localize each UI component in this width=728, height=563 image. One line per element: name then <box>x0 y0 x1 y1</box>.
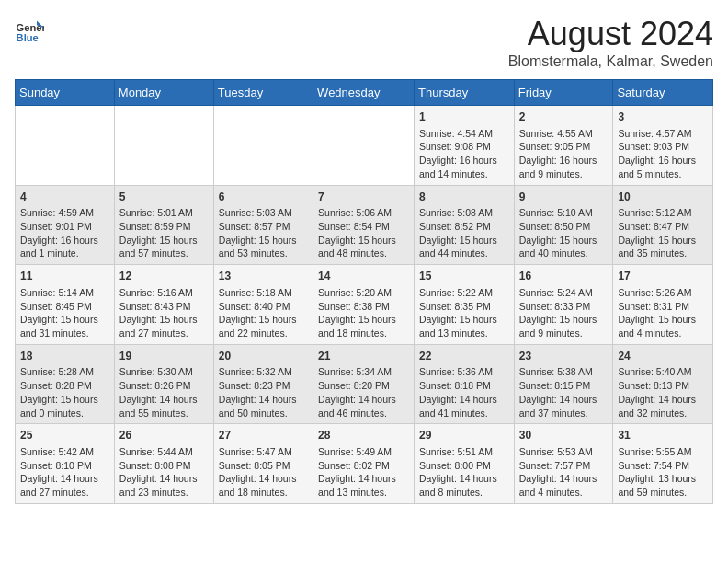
calendar-cell: 12Sunrise: 5:16 AM Sunset: 8:43 PM Dayli… <box>114 265 213 345</box>
day-number: 14 <box>318 269 409 284</box>
weekday-header-wednesday: Wednesday <box>313 80 415 106</box>
calendar-cell: 9Sunrise: 5:10 AM Sunset: 8:50 PM Daylig… <box>514 185 613 265</box>
day-info: Sunrise: 5:42 AM Sunset: 8:10 PM Dayligh… <box>20 445 109 500</box>
week-row-4: 18Sunrise: 5:28 AM Sunset: 8:28 PM Dayli… <box>16 344 713 424</box>
day-info: Sunrise: 5:26 AM Sunset: 8:31 PM Dayligh… <box>618 286 708 340</box>
day-info: Sunrise: 5:22 AM Sunset: 8:35 PM Dayligh… <box>419 286 509 340</box>
calendar-cell <box>114 106 213 186</box>
day-info: Sunrise: 5:53 AM Sunset: 7:57 PM Dayligh… <box>519 445 609 500</box>
day-info: Sunrise: 5:10 AM Sunset: 8:50 PM Dayligh… <box>519 206 609 260</box>
day-number: 13 <box>219 269 308 284</box>
week-row-1: 1Sunrise: 4:54 AM Sunset: 9:08 PM Daylig… <box>16 106 713 186</box>
day-info: Sunrise: 5:14 AM Sunset: 8:45 PM Dayligh… <box>20 286 109 340</box>
day-info: Sunrise: 4:57 AM Sunset: 9:03 PM Dayligh… <box>618 127 708 181</box>
day-number: 21 <box>318 349 409 364</box>
day-info: Sunrise: 5:20 AM Sunset: 8:38 PM Dayligh… <box>318 286 409 340</box>
calendar-cell: 22Sunrise: 5:36 AM Sunset: 8:18 PM Dayli… <box>415 344 515 424</box>
svg-text:General: General <box>17 22 44 33</box>
calendar-cell: 10Sunrise: 5:12 AM Sunset: 8:47 PM Dayli… <box>613 185 713 265</box>
weekday-header-saturday: Saturday <box>613 80 713 106</box>
svg-text:Blue: Blue <box>17 32 39 43</box>
calendar-cell: 4Sunrise: 4:59 AM Sunset: 9:01 PM Daylig… <box>16 185 115 265</box>
week-row-2: 4Sunrise: 4:59 AM Sunset: 9:01 PM Daylig… <box>16 185 713 265</box>
calendar-cell: 15Sunrise: 5:22 AM Sunset: 8:35 PM Dayli… <box>415 265 515 345</box>
day-number: 9 <box>519 190 609 205</box>
day-number: 17 <box>618 269 708 284</box>
weekday-header-tuesday: Tuesday <box>213 80 313 106</box>
weekday-header-thursday: Thursday <box>415 80 515 106</box>
page-subtitle: Blomstermala, Kalmar, Sweden <box>508 53 713 70</box>
day-number: 6 <box>219 190 308 205</box>
weekday-header-friday: Friday <box>514 80 613 106</box>
calendar-cell: 21Sunrise: 5:34 AM Sunset: 8:20 PM Dayli… <box>313 344 415 424</box>
day-info: Sunrise: 4:55 AM Sunset: 9:05 PM Dayligh… <box>519 127 609 181</box>
page-title: August 2024 <box>508 15 713 53</box>
calendar-cell: 27Sunrise: 5:47 AM Sunset: 8:05 PM Dayli… <box>213 424 313 504</box>
day-info: Sunrise: 5:44 AM Sunset: 8:08 PM Dayligh… <box>119 445 209 500</box>
calendar-table: SundayMondayTuesdayWednesdayThursdayFrid… <box>15 79 713 504</box>
day-number: 27 <box>219 428 308 443</box>
day-number: 20 <box>219 349 308 364</box>
calendar-cell: 6Sunrise: 5:03 AM Sunset: 8:57 PM Daylig… <box>213 185 313 265</box>
day-info: Sunrise: 5:28 AM Sunset: 8:28 PM Dayligh… <box>20 365 109 419</box>
title-block: August 2024 Blomstermala, Kalmar, Sweden <box>508 15 713 70</box>
weekday-header-sunday: Sunday <box>16 80 115 106</box>
calendar-cell: 18Sunrise: 5:28 AM Sunset: 8:28 PM Dayli… <box>16 344 115 424</box>
day-number: 11 <box>20 269 109 284</box>
day-info: Sunrise: 4:54 AM Sunset: 9:08 PM Dayligh… <box>419 127 509 181</box>
calendar-cell: 19Sunrise: 5:30 AM Sunset: 8:26 PM Dayli… <box>114 344 213 424</box>
calendar-cell: 17Sunrise: 5:26 AM Sunset: 8:31 PM Dayli… <box>613 265 713 345</box>
day-info: Sunrise: 5:03 AM Sunset: 8:57 PM Dayligh… <box>219 206 308 260</box>
day-number: 26 <box>119 428 209 443</box>
logo-icon: General Blue <box>15 15 44 44</box>
day-number: 24 <box>618 349 708 364</box>
calendar-cell: 8Sunrise: 5:08 AM Sunset: 8:52 PM Daylig… <box>415 185 515 265</box>
day-info: Sunrise: 5:30 AM Sunset: 8:26 PM Dayligh… <box>119 365 209 419</box>
page-header: General Blue August 2024 Blomstermala, K… <box>15 15 713 70</box>
day-info: Sunrise: 5:24 AM Sunset: 8:33 PM Dayligh… <box>519 286 609 340</box>
day-number: 1 <box>419 109 509 125</box>
week-row-3: 11Sunrise: 5:14 AM Sunset: 8:45 PM Dayli… <box>16 265 713 345</box>
day-number: 30 <box>519 428 609 443</box>
day-number: 19 <box>119 349 209 364</box>
calendar-cell: 20Sunrise: 5:32 AM Sunset: 8:23 PM Dayli… <box>213 344 313 424</box>
calendar-cell: 26Sunrise: 5:44 AM Sunset: 8:08 PM Dayli… <box>114 424 213 504</box>
day-info: Sunrise: 5:47 AM Sunset: 8:05 PM Dayligh… <box>219 445 308 500</box>
day-number: 5 <box>119 190 209 205</box>
day-info: Sunrise: 5:06 AM Sunset: 8:54 PM Dayligh… <box>318 206 409 260</box>
day-number: 31 <box>618 428 708 443</box>
calendar-cell: 28Sunrise: 5:49 AM Sunset: 8:02 PM Dayli… <box>313 424 415 504</box>
day-number: 4 <box>20 190 109 205</box>
day-number: 8 <box>419 190 509 205</box>
day-info: Sunrise: 5:12 AM Sunset: 8:47 PM Dayligh… <box>618 206 708 260</box>
calendar-cell <box>213 106 313 186</box>
calendar-cell: 11Sunrise: 5:14 AM Sunset: 8:45 PM Dayli… <box>16 265 115 345</box>
day-number: 25 <box>20 428 109 443</box>
day-number: 28 <box>318 428 409 443</box>
day-number: 23 <box>519 349 609 364</box>
calendar-cell: 1Sunrise: 4:54 AM Sunset: 9:08 PM Daylig… <box>415 106 515 186</box>
day-info: Sunrise: 4:59 AM Sunset: 9:01 PM Dayligh… <box>20 206 109 260</box>
calendar-cell: 31Sunrise: 5:55 AM Sunset: 7:54 PM Dayli… <box>613 424 713 504</box>
day-info: Sunrise: 5:51 AM Sunset: 8:00 PM Dayligh… <box>419 445 509 500</box>
calendar-cell: 29Sunrise: 5:51 AM Sunset: 8:00 PM Dayli… <box>415 424 515 504</box>
day-number: 12 <box>119 269 209 284</box>
day-info: Sunrise: 5:38 AM Sunset: 8:15 PM Dayligh… <box>519 365 609 419</box>
day-info: Sunrise: 5:18 AM Sunset: 8:40 PM Dayligh… <box>219 286 308 340</box>
day-number: 7 <box>318 190 409 205</box>
day-number: 2 <box>519 109 609 125</box>
day-info: Sunrise: 5:36 AM Sunset: 8:18 PM Dayligh… <box>419 365 509 419</box>
weekday-header-row: SundayMondayTuesdayWednesdayThursdayFrid… <box>16 80 713 106</box>
day-info: Sunrise: 5:08 AM Sunset: 8:52 PM Dayligh… <box>419 206 509 260</box>
day-number: 29 <box>419 428 509 443</box>
week-row-5: 25Sunrise: 5:42 AM Sunset: 8:10 PM Dayli… <box>16 424 713 504</box>
calendar-cell: 3Sunrise: 4:57 AM Sunset: 9:03 PM Daylig… <box>613 106 713 186</box>
calendar-cell: 25Sunrise: 5:42 AM Sunset: 8:10 PM Dayli… <box>16 424 115 504</box>
day-info: Sunrise: 5:01 AM Sunset: 8:59 PM Dayligh… <box>119 206 209 260</box>
calendar-cell: 16Sunrise: 5:24 AM Sunset: 8:33 PM Dayli… <box>514 265 613 345</box>
calendar-cell: 2Sunrise: 4:55 AM Sunset: 9:05 PM Daylig… <box>514 106 613 186</box>
day-number: 15 <box>419 269 509 284</box>
calendar-cell: 24Sunrise: 5:40 AM Sunset: 8:13 PM Dayli… <box>613 344 713 424</box>
calendar-cell: 14Sunrise: 5:20 AM Sunset: 8:38 PM Dayli… <box>313 265 415 345</box>
calendar-cell: 7Sunrise: 5:06 AM Sunset: 8:54 PM Daylig… <box>313 185 415 265</box>
